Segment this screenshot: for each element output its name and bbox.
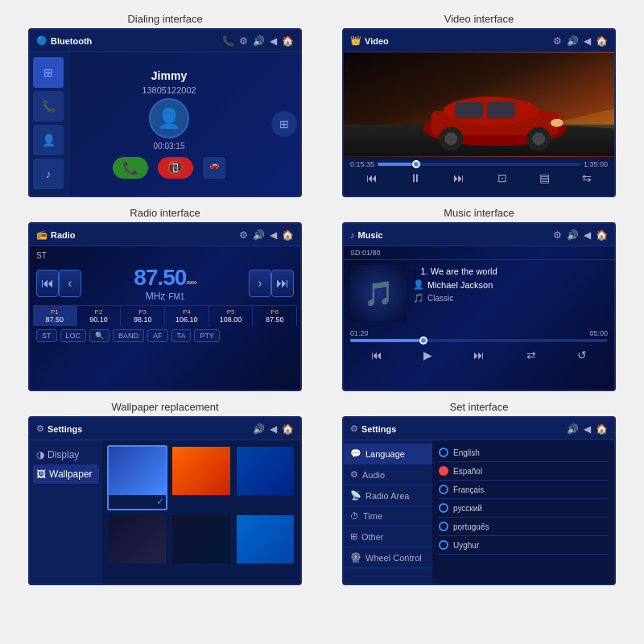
video-repeat-button[interactable]: ⇆ <box>582 171 592 184</box>
radio-tune-down-button[interactable]: ‹ <box>59 270 81 297</box>
phone-icon[interactable]: 📞 <box>222 35 234 47</box>
settings-time-item[interactable]: ⏱ Time <box>344 506 432 526</box>
vol-icon[interactable]: 🔊 <box>567 35 579 47</box>
radio-preset-4[interactable]: P4 106.10 <box>165 306 209 326</box>
lang-spanish-option[interactable]: Español <box>439 462 608 481</box>
radio-preset-1[interactable]: P1 87.50 <box>33 306 77 326</box>
lang-portuguese-radio[interactable] <box>439 522 448 531</box>
radio-ta-button[interactable]: TA <box>171 329 192 342</box>
back-icon[interactable]: ◀ <box>270 35 277 47</box>
eq-icon[interactable]: ⚙ <box>553 35 562 47</box>
radio-search-button[interactable]: 🔍 <box>89 329 109 342</box>
wallpaper-thumb-5[interactable] <box>171 514 231 579</box>
lang-uyghur-radio[interactable] <box>439 540 448 550</box>
settings-wheel-item[interactable]: 🎡 Wheel Control <box>344 547 432 568</box>
radio-presets: P1 87.50 P2 90.10 P3 98.10 P4 106.10 <box>33 305 297 326</box>
video-subtitle-button[interactable]: ▤ <box>539 171 550 184</box>
radio-tune-up-button[interactable]: › <box>249 270 271 297</box>
video-top-bar: 👑 Video ⚙ 🔊 ◀ 🏠 <box>344 30 614 52</box>
radio-band-button[interactable]: BAND <box>113 329 144 342</box>
svg-rect-5 <box>455 102 483 118</box>
radio-frequency: 87.50∞∞ <box>81 265 249 291</box>
wp-back-icon[interactable]: ◀ <box>270 423 277 435</box>
music-vol-icon[interactable]: 🔊 <box>567 229 579 241</box>
wallpaper-thumb-4[interactable] <box>107 514 167 579</box>
lang-english-option[interactable]: English <box>439 444 608 462</box>
lang-english-radio[interactable] <box>439 448 448 457</box>
settings-audio-item[interactable]: ⚙ Audio <box>344 464 432 485</box>
music-repeat-button[interactable]: ↺ <box>577 349 587 361</box>
video-pause-button[interactable]: ⏸ <box>410 171 421 184</box>
music-next-button[interactable]: ⏭ <box>473 349 485 361</box>
radio-back-icon[interactable]: ◀ <box>270 229 277 241</box>
music-shuffle-button[interactable]: ⇄ <box>526 349 536 361</box>
wallpaper-grid: ✓ <box>102 440 300 584</box>
radio-loc-button[interactable]: LOC <box>60 329 87 342</box>
settings-language-item[interactable]: 💬 Language <box>344 444 432 464</box>
wallpaper-menu-item[interactable]: 🖼 Wallpaper <box>33 464 99 484</box>
wp-vol-icon[interactable]: 🔊 <box>253 423 265 435</box>
radio-st-button[interactable]: ST <box>36 329 57 342</box>
video-skip-fwd-button[interactable]: ⏭ <box>453 171 464 184</box>
music-back-icon[interactable]: ◀ <box>584 229 591 241</box>
lang-russian-option[interactable]: русский <box>439 499 608 518</box>
call-log-button[interactable]: 📞 <box>33 91 64 122</box>
video-skip-back-button[interactable]: ⏮ <box>366 171 378 184</box>
radio-af-button[interactable]: AF <box>147 329 168 342</box>
call-buttons: 📞 📵 🚗 <box>113 157 225 179</box>
radio-preset-3[interactable]: P3 98.10 <box>121 306 165 326</box>
contacts-button[interactable]: 👤 <box>33 125 64 155</box>
equalizer-icon[interactable]: ⚙ <box>239 35 248 47</box>
decline-call-button[interactable]: 📵 <box>158 157 193 179</box>
settings-other-item[interactable]: ⊞ Other <box>344 526 432 547</box>
lang-uyghur-option[interactable]: Uyghur <box>439 536 608 555</box>
keypad-right-button[interactable]: ⊞ <box>271 111 297 137</box>
music-icon: ♪ <box>350 230 355 240</box>
wallpaper-thumb-2[interactable] <box>171 445 231 510</box>
radio-vol-icon[interactable]: 🔊 <box>253 229 265 241</box>
music-eq-icon[interactable]: ⚙ <box>553 229 562 241</box>
radio-preset-6[interactable]: P6 87.50 <box>253 306 297 326</box>
lang-french-radio[interactable] <box>439 485 448 494</box>
music-progress-track[interactable] <box>350 339 608 342</box>
volume-icon[interactable]: 🔊 <box>253 35 265 47</box>
set-back-icon[interactable]: ◀ <box>584 423 591 435</box>
lang-spanish-radio[interactable] <box>439 466 448 476</box>
back-video-icon[interactable]: ◀ <box>584 35 591 47</box>
music-play-button[interactable]: ▶ <box>423 349 432 361</box>
wp-home-icon[interactable]: 🏠 <box>282 423 294 435</box>
wallpaper-thumb-6[interactable] <box>235 514 295 579</box>
radio-pty-button[interactable]: PTY <box>194 329 220 342</box>
home-icon[interactable]: 🏠 <box>282 35 294 47</box>
accept-call-button[interactable]: 📞 <box>113 157 148 179</box>
music-time-row: 01:20 05:00 <box>350 329 608 337</box>
wallpaper-thumb-3[interactable] <box>235 445 295 510</box>
home-video-icon[interactable]: 🏠 <box>596 35 608 47</box>
lang-russian-radio[interactable] <box>439 503 448 513</box>
video-btn-row: ⏮ ⏸ ⏭ ⊡ ▤ ⇆ <box>350 171 608 184</box>
radio-eq-icon[interactable]: ⚙ <box>239 229 248 241</box>
mute-button[interactable]: 🚗 <box>203 157 225 179</box>
video-progress-track[interactable] <box>378 163 580 166</box>
music-prev-button[interactable]: ⏮ <box>371 349 382 361</box>
radio-preset-5[interactable]: P5 108.00 <box>209 306 254 326</box>
set-home-icon[interactable]: 🏠 <box>596 423 608 435</box>
radio-next-station-button[interactable]: ⏭ <box>271 270 294 297</box>
radio-home-icon[interactable]: 🏠 <box>282 229 294 241</box>
radio-preset-2[interactable]: P2 90.10 <box>77 306 122 326</box>
video-aspect-button[interactable]: ⊡ <box>497 171 507 184</box>
music-dial-button[interactable]: ♪ <box>33 159 64 189</box>
dialing-section: Dialing interface 🔵 Bluetooth 📞 ⚙ 🔊 ◀ 🏠 … <box>8 8 322 202</box>
music-home-icon[interactable]: 🏠 <box>596 229 608 241</box>
lang-french-option[interactable]: Français <box>439 481 608 499</box>
settings-radio-area-item[interactable]: 📡 Radio Area <box>344 485 432 506</box>
settings-screen: ⚙ Settings 🔊 ◀ 🏠 💬 Language ⚙ Audio <box>342 416 616 585</box>
dialpad-button[interactable]: ⊞ <box>33 57 64 88</box>
set-vol-icon[interactable]: 🔊 <box>567 423 579 435</box>
wallpaper-thumb-1[interactable]: ✓ <box>107 445 167 510</box>
radio-prev-station-button[interactable]: ⏮ <box>36 270 59 297</box>
display-menu-item[interactable]: ◑ Display <box>33 445 99 464</box>
lang-portuguese-option[interactable]: português <box>439 518 608 536</box>
settings-title: Set interface <box>450 401 509 413</box>
note-icon: ♪ <box>413 266 418 276</box>
